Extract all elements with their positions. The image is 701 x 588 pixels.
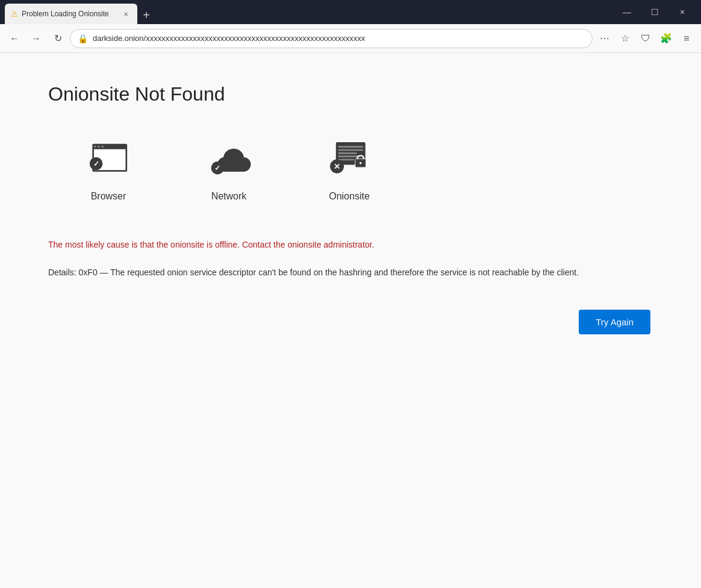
tab-close-button[interactable]: × (120, 8, 131, 19)
svg-point-2 (94, 145, 96, 148)
network-status-item: ✓ Network (169, 136, 289, 202)
bookmark-button[interactable]: ☆ (615, 29, 635, 48)
shield-button[interactable]: 🛡 (636, 29, 655, 48)
onionsite-icon: ✕ (325, 139, 373, 181)
browser-status-item: ✓ Browser (48, 136, 169, 202)
status-row: ✓ Browser ✓ Network (48, 136, 653, 202)
new-tab-button[interactable]: + (137, 6, 155, 24)
svg-text:✓: ✓ (93, 160, 99, 168)
more-button[interactable]: ⋯ (595, 29, 614, 48)
svg-rect-14 (338, 159, 354, 161)
browser-icon: ✓ (84, 139, 132, 181)
try-again-button[interactable]: Try Again (579, 310, 650, 334)
browser-icon-container: ✓ (78, 136, 139, 184)
address-bar[interactable]: 🔒 darkside.onion/xxxxxxxxxxxxxxxxxxxxxxx… (70, 29, 593, 48)
page-title: Onionsite Not Found (48, 83, 653, 105)
svg-text:✕: ✕ (334, 162, 340, 171)
nav-bar: ← → ↻ 🔒 darkside.onion/xxxxxxxxxxxxxxxxx… (0, 24, 701, 53)
details-text: Details: 0xF0 — The requested onion serv… (48, 266, 590, 279)
network-icon: ✓ (205, 139, 253, 181)
tab-area: ⚠ Problem Loading Onionsite × + (5, 0, 613, 24)
svg-rect-10 (338, 146, 363, 148)
tab-title: Problem Loading Onionsite (22, 10, 117, 18)
nav-right-buttons: ⋯ ☆ 🛡 🧩 ≡ (595, 29, 696, 48)
refresh-button[interactable]: ↻ (48, 29, 67, 48)
try-again-container: Try Again (48, 310, 650, 334)
extension-button[interactable]: 🧩 (656, 29, 676, 48)
active-tab[interactable]: ⚠ Problem Loading Onionsite × (5, 4, 137, 24)
maximize-button[interactable]: ☐ (641, 0, 668, 24)
description-text: The most likely cause is that the onions… (48, 238, 590, 251)
address-text: darkside.onion/xxxxxxxxxxxxxxxxxxxxxxxxx… (93, 34, 585, 43)
forward-button[interactable]: → (26, 29, 46, 48)
svg-text:✓: ✓ (214, 164, 220, 172)
minimize-button[interactable]: — (613, 0, 641, 24)
onionsite-label: Onionsite (329, 191, 370, 202)
title-bar: ⚠ Problem Loading Onionsite × + — ☐ × (0, 0, 701, 24)
browser-label: Browser (91, 191, 126, 202)
network-icon-container: ✓ (199, 136, 259, 184)
network-label: Network (211, 191, 247, 202)
svg-point-16 (360, 162, 362, 164)
back-button[interactable]: ← (5, 29, 24, 48)
svg-rect-12 (338, 152, 357, 154)
onionsite-icon-container: ✕ (319, 136, 379, 184)
svg-rect-11 (338, 149, 363, 151)
menu-button[interactable]: ≡ (677, 29, 696, 48)
window-controls: — ☐ × (613, 0, 696, 24)
svg-point-4 (101, 145, 104, 148)
tab-warning-icon: ⚠ (11, 10, 18, 19)
page-content: Onionsite Not Found ✓ Browser (0, 53, 701, 588)
svg-rect-13 (338, 155, 360, 157)
svg-point-3 (98, 145, 100, 148)
lock-icon: 🔒 (78, 34, 88, 43)
onionsite-status-item: ✕ Onionsite (289, 136, 410, 202)
close-button[interactable]: × (668, 0, 696, 24)
